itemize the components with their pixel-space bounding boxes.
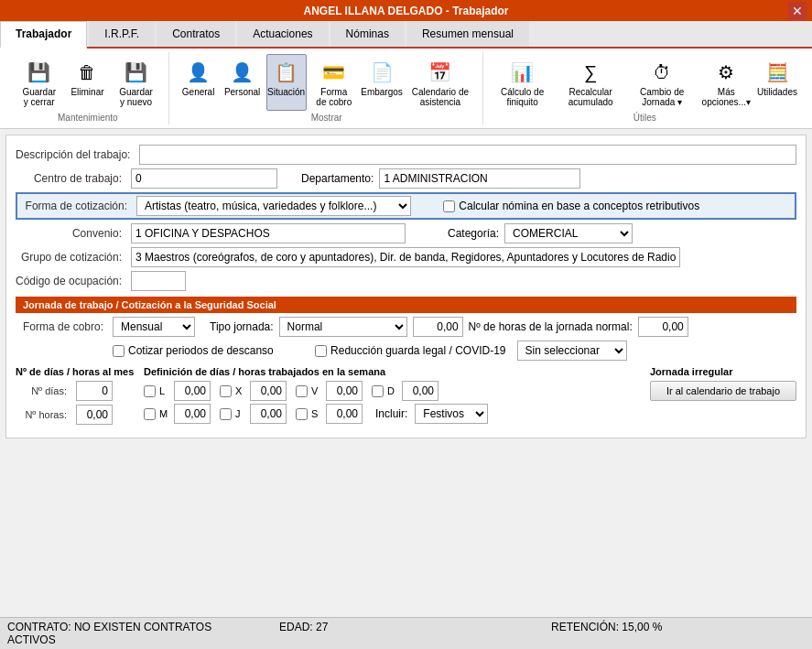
convenio-label: Convenio: [16,227,125,240]
ribbon-icon-guardar-y-nuevo: 💾 [122,58,151,87]
ribbon-icon-situación: 📋 [272,58,301,87]
incluir-label: Incluir: [375,407,407,420]
day-m-input[interactable] [174,404,211,424]
main-content: Descripción del trabajo: Centro de traba… [5,135,807,438]
categoria-select[interactable]: COMERCIAL [504,223,633,243]
ribbon-btn-embargos[interactable]: 📄Embargos [362,54,402,111]
calcular-nomina-check[interactable]: Calcular nómina en base a conceptos retr… [443,200,699,212]
num-horas-input[interactable] [638,317,688,337]
day-x-checkbox[interactable] [220,385,232,397]
tab-actuaciones[interactable]: Actuaciones [237,21,328,47]
day-j-checkbox[interactable] [220,408,232,420]
day-m-checkbox[interactable] [144,408,156,420]
forma-cotizacion-select[interactable]: Artistas (teatro, música, variedades y f… [136,196,411,216]
day-v-check[interactable]: V [296,385,322,397]
day-j-check[interactable]: J [220,408,246,420]
ribbon-btn-forma-de-cobro[interactable]: 💳Forma de cobro [310,54,358,111]
reduccion-check[interactable]: Reducción guarda legal / COVID-19 [315,344,505,357]
day-s-check[interactable]: S [296,408,322,420]
departamento-input[interactable] [379,168,580,189]
horas-input[interactable] [413,317,463,337]
descripcion-input[interactable] [139,145,796,165]
tab-trabajador[interactable]: Trabajador [0,21,87,49]
ribbon-btn-utilidades[interactable]: 🧮Utilidades [757,54,797,111]
day-d-checkbox[interactable] [372,385,384,397]
ribbon-btn-recalcular-acumulado[interactable]: ∑Recalcular acumulado [557,54,625,111]
ribbon: 💾Guardar y cerrar🗑Eliminar💾Guardar y nue… [0,49,812,129]
calcular-nomina-checkbox[interactable] [443,200,455,212]
tipo-jornada-select[interactable]: Normal [279,317,407,337]
tipo-jornada-label: Tipo jornada: [210,320,274,333]
day-s-checkbox[interactable] [296,408,308,420]
jornada-irregular-title: Jornada irregular [650,366,796,377]
cotizar-periodos-check[interactable]: Cotizar periodos de descanso [113,344,274,357]
ribbon-btn-más-opciones...▾[interactable]: ⚙Más opciones...▾ [699,54,754,111]
day-m-check[interactable]: M [144,408,170,420]
calendario-button[interactable]: Ir al calendario de trabajo [650,381,796,401]
ribbon-icon-calendario-de-asistencia: 📅 [426,58,455,87]
num-horas-mes-input[interactable] [76,405,113,425]
ribbon-group-label-mostrar: Mostrar [311,113,342,123]
week-row-1: L X V D [144,381,641,401]
tab-i.r.p.f.[interactable]: I.R.P.F. [89,21,155,47]
ribbon-btn-guardar-y-nuevo[interactable]: 💾Guardar y nuevo [111,54,160,111]
num-horas-mes-label: Nº horas: [16,409,70,420]
calcular-spacer [435,200,438,212]
day-d-check[interactable]: D [372,385,398,397]
ribbon-icon-general: 👤 [184,58,213,87]
ribbon-btn-personal[interactable]: 👤Personal [222,54,263,111]
codigo-ocupacion-row: Código de ocupación: [16,271,796,291]
day-s-input[interactable] [326,404,363,424]
definicion-semana: Definición de días / horas trabajados en… [144,366,641,428]
centro-input[interactable] [131,168,277,189]
ribbon-btn-guardar-y-cerrar[interactable]: 💾Guardar y cerrar [15,54,63,111]
definicion-title: Definición de días / horas trabajados en… [144,366,641,377]
day-x-input[interactable] [250,381,287,401]
sin-seleccionar-select[interactable]: Sin seleccionar [517,341,627,361]
convenio-row: Convenio: Categoría: COMERCIAL [16,223,796,243]
week-row-2: M J S Incluir: Festivos [144,404,641,424]
ribbon-btn-cambio-de-jornada-▾[interactable]: ⏱Cambio de Jornada ▾ [629,54,696,111]
ribbon-btn-general[interactable]: 👤General [179,54,219,111]
ribbon-btn-label: Utilidades [757,87,797,97]
day-j-input[interactable] [250,404,287,424]
cotizar-periodos-checkbox[interactable] [113,345,125,357]
num-dias-input[interactable] [76,381,113,401]
num-dias-label: Nº días: [16,385,70,396]
ribbon-btn-situación[interactable]: 📋Situación [266,54,307,111]
centro-label: Centro de trabajo: [16,172,125,185]
tab-bar: TrabajadorI.R.P.F.ContratosActuacionesNó… [0,21,812,49]
grupo-cotizacion-input[interactable] [131,247,680,267]
reduccion-checkbox[interactable] [315,345,327,357]
day-l-check[interactable]: L [144,385,170,397]
codigo-ocupacion-input[interactable] [131,271,186,291]
day-d-input[interactable] [402,381,438,401]
day-v-checkbox[interactable] [296,385,308,397]
ribbon-btn-eliminar[interactable]: 🗑Eliminar [67,54,107,111]
tab-resumen-mensual[interactable]: Resumen mensual [406,21,529,47]
incluir-select[interactable]: Festivos [415,404,488,424]
day-v-input[interactable] [326,381,363,401]
codigo-ocupacion-label: Código de ocupación: [16,275,125,287]
departamento-label: Departamento: [301,172,374,185]
num-horas-label: Nº de horas de la jornada normal: [469,320,633,333]
ribbon-group-útiles: 📊Cálculo de finiquito∑Recalcular acumula… [485,52,805,124]
forma-cotizacion-label: Forma de cotización: [21,200,131,212]
close-button[interactable]: ✕ [788,2,807,20]
ribbon-icon-personal: 👤 [228,58,257,87]
tab-nóminas[interactable]: Nóminas [330,21,405,47]
ribbon-btn-cálculo-de-finiquito[interactable]: 📊Cálculo de finiquito [493,54,553,111]
day-l-checkbox[interactable] [144,385,156,397]
ribbon-btn-label: Guardar y nuevo [115,87,156,107]
ribbon-btn-label: Situación [267,87,305,97]
ribbon-btn-calendario-de-asistencia[interactable]: 📅Calendario de asistencia [406,54,475,111]
forma-cobro-select[interactable]: Mensual [113,317,195,337]
ribbon-btn-label: Guardar y cerrar [19,87,59,107]
ribbon-icon-cambio-de-jornada-▾: ⏱ [647,58,677,87]
convenio-input[interactable] [131,223,406,243]
ribbon-icon-recalcular-acumulado: ∑ [576,58,605,87]
status-contrato: CONTRATO: NO EXISTEN CONTRATOS ACTIVOS [7,621,261,646]
day-x-check[interactable]: X [220,385,246,397]
tab-contratos[interactable]: Contratos [157,21,235,47]
day-l-input[interactable] [174,381,211,401]
